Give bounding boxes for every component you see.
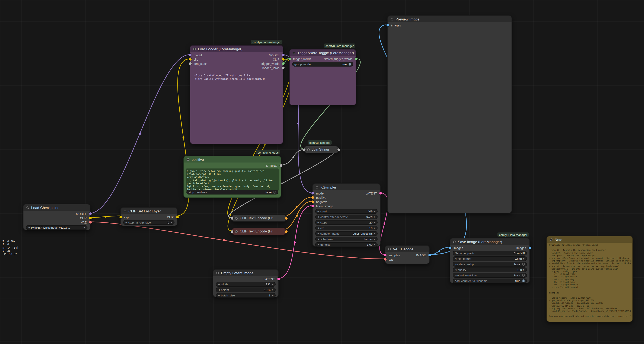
output-slot-clip[interactable] (89, 217, 92, 219)
prompt-textarea[interactable]: highres, very detailed, amazing quality,… (186, 168, 279, 191)
output-slot-trigger-words[interactable] (282, 62, 284, 65)
output-slot-images[interactable] (528, 246, 531, 249)
node-positive-prompt[interactable]: positive STRING highres, very detailed, … (184, 156, 281, 198)
node-vae-decode[interactable]: VAE Decode samples IMAGE vae (385, 245, 430, 264)
collapse-dot-icon[interactable] (26, 206, 29, 209)
embed-workflow-toggle[interactable]: embed_workflowfalse (453, 273, 527, 278)
toggle-knob-icon[interactable] (348, 63, 351, 66)
decrement-icon[interactable]: ◀ (318, 210, 319, 212)
increment-icon[interactable]: ▶ (523, 258, 525, 260)
node-empty-latent-image[interactable]: Empty Latent Image LATENT ◀width832▶ ◀he… (213, 269, 278, 297)
toggle-knob-icon[interactable] (522, 274, 525, 276)
collapse-dot-icon[interactable] (388, 248, 391, 250)
output-slot-loaded-loras[interactable] (282, 66, 284, 69)
output-slot-latent[interactable] (277, 278, 280, 280)
collapse-dot-icon[interactable] (391, 18, 393, 20)
node-triggerword-toggle[interactable]: TriggerWord Toggle (LoraManager) trigger… (289, 49, 356, 105)
node-clip-text-encode-positive[interactable]: CLIP Text Encode (Pr (232, 214, 286, 222)
stop-at-clip-layer-stepper[interactable]: ◀ stop_at_clip_layer -2 ▶ (123, 220, 174, 225)
collapse-dot-icon[interactable] (307, 148, 310, 151)
group-mode-toggle[interactable]: group_mode true (292, 62, 353, 66)
decrement-icon[interactable]: ◀ (318, 227, 319, 229)
node-title-bar[interactable]: VAE Decode (385, 246, 429, 252)
scheduler-combo[interactable]: ◀schedulerkarras▶ (315, 236, 378, 242)
output-slot-collapsed[interactable] (337, 148, 340, 151)
node-title-bar[interactable]: Note (547, 236, 632, 243)
height-stepper[interactable]: ◀height1216▶ (216, 287, 276, 292)
denoise-stepper[interactable]: ◀denoise1.00▶ (315, 242, 378, 247)
add-counter-to-filename-toggle[interactable]: add_counter_to_filenametrue (453, 278, 527, 283)
decrement-icon[interactable]: ◀ (318, 244, 319, 246)
node-title-bar[interactable]: KSampler (313, 184, 380, 190)
decrement-icon[interactable]: ◀ (218, 294, 220, 296)
decrement-icon[interactable]: ◀ (218, 283, 220, 285)
node-clip-set-last-layer[interactable]: CLIP Set Last Layer clip CLIP ◀ stop_at_… (120, 207, 178, 226)
decrement-icon[interactable]: ◀ (318, 221, 319, 224)
decrement-icon[interactable]: ◀ (455, 258, 456, 260)
increment-icon[interactable]: ▶ (374, 227, 376, 229)
strip-newlines-toggle[interactable]: strip_newlines false (186, 190, 278, 194)
increment-icon[interactable]: ▶ (374, 210, 376, 212)
output-slot-model[interactable] (282, 54, 284, 56)
node-preview-image[interactable]: Preview Image images (388, 15, 512, 213)
file-format-combo[interactable]: ◀file_formatwebp▶ (453, 256, 527, 261)
lossless-webp-toggle[interactable]: lossless_webpfalse (453, 262, 527, 266)
input-slot-collapsed[interactable] (230, 230, 233, 233)
input-slot-clip[interactable] (189, 58, 191, 60)
note-textarea[interactable]: Available filename_prefix Pattern Codes … (549, 244, 632, 320)
increment-icon[interactable]: ▶ (523, 269, 525, 271)
node-clip-text-encode-negative[interactable]: CLIP Text Encode (Pr (232, 228, 286, 235)
decrement-icon[interactable]: ◀ (318, 232, 319, 234)
input-slot-positive[interactable] (311, 196, 314, 199)
decrement-icon[interactable]: ◀ (126, 221, 127, 224)
decrement-icon[interactable]: ◀ (318, 216, 319, 218)
input-slot-lora-stack[interactable] (189, 62, 191, 65)
node-title-bar[interactable]: CLIP Set Last Layer (121, 208, 177, 214)
toggle-knob-icon[interactable] (522, 280, 525, 282)
input-slot-clip[interactable] (119, 216, 122, 218)
output-slot-image[interactable] (428, 254, 431, 256)
lora-syntax-text[interactable]: <lora:CreateConcept_Illustrious:0.8> <lo… (194, 74, 280, 80)
node-title-bar[interactable]: TriggerWord Toggle (LoraManager) (290, 50, 356, 56)
collapse-dot-icon[interactable] (124, 210, 126, 212)
input-slot-images[interactable] (386, 24, 389, 26)
decrement-icon[interactable]: ◀ (218, 289, 220, 291)
input-slot-collapsed[interactable] (230, 217, 233, 220)
collapse-dot-icon[interactable] (235, 217, 238, 220)
node-title-bar[interactable]: Lora Loader (LoraManager) (190, 46, 283, 52)
node-title-bar[interactable]: Load Checkpoint (24, 204, 90, 211)
node-save-image[interactable]: Save Image (LoraManager) images images f… (450, 238, 530, 283)
node-title-bar[interactable]: Preview Image (388, 16, 512, 22)
collapse-dot-icon[interactable] (453, 240, 456, 243)
node-graph-canvas[interactable]: T: 0.00s I: 0 N: 14 [14] V: 28 FPS:58.82… (0, 0, 644, 344)
width-stepper[interactable]: ◀width832▶ (216, 282, 276, 287)
input-slot-negative[interactable] (311, 200, 314, 203)
output-slot-filtered-trigger-words[interactable] (355, 58, 357, 60)
output-slot-latent[interactable] (379, 192, 382, 194)
node-lora-loader[interactable]: Lora Loader (LoraManager) model MODEL cl… (190, 45, 283, 144)
increment-icon[interactable]: ▶ (272, 289, 274, 291)
input-slot-collapsed[interactable] (303, 148, 305, 151)
output-slot-model[interactable] (89, 212, 92, 215)
node-title-bar[interactable]: positive (184, 156, 281, 162)
increment-icon[interactable]: ▶ (272, 294, 274, 296)
node-title-bar[interactable]: Save Image (LoraManager) (450, 238, 530, 245)
increment-icon[interactable]: ▶ (272, 283, 274, 285)
input-slot-vae[interactable] (384, 258, 386, 260)
input-slot-samples[interactable] (384, 254, 386, 256)
increment-icon[interactable]: ▶ (374, 221, 376, 224)
node-ksampler[interactable]: KSampler model LATENT positive negative … (312, 184, 380, 246)
ckpt-name-combo[interactable]: ◀ ilwaiNSFWIllustrious_v110.s... ▶ (26, 225, 88, 230)
collapse-dot-icon[interactable] (216, 272, 219, 274)
input-slot-model[interactable] (189, 54, 191, 56)
decrement-icon[interactable]: ◀ (318, 238, 319, 240)
output-slot-clip[interactable] (176, 216, 178, 218)
increment-icon[interactable]: ▶ (374, 244, 376, 246)
combo-right-icon[interactable]: ▶ (84, 226, 85, 228)
quality-stepper[interactable]: ◀quality100▶ (453, 267, 527, 272)
batch-size-stepper[interactable]: ◀batch_size3▶ (216, 293, 276, 298)
seed-stepper[interactable]: ◀seed409▶ (315, 209, 378, 214)
input-slot-images[interactable] (448, 246, 451, 249)
output-slot-vae[interactable] (89, 221, 92, 224)
collapse-dot-icon[interactable] (187, 158, 190, 160)
